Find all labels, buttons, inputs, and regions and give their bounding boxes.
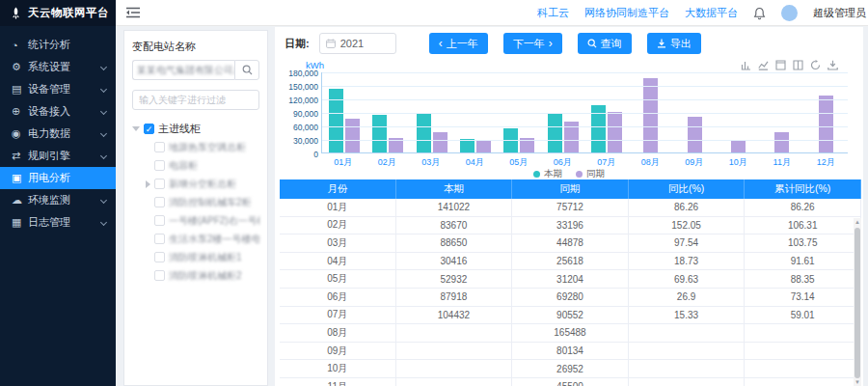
bar-同期-08月[interactable] xyxy=(643,78,658,152)
link-network-collab-platform[interactable]: 网络协同制造平台 xyxy=(584,6,669,20)
tree-root-label: 主进线柜 xyxy=(158,122,201,136)
sidebar-item-label: 环境监测 xyxy=(28,193,70,207)
tree-item-2[interactable]: 电容柜 xyxy=(146,156,259,175)
magic-bar-icon[interactable] xyxy=(741,60,751,70)
gridline xyxy=(322,126,848,127)
link-bigdata-platform[interactable]: 大数据平台 xyxy=(685,6,738,20)
collapse-sidebar-icon[interactable] xyxy=(125,6,141,19)
bar-同期-09月[interactable] xyxy=(688,117,702,152)
bar-本期-02月[interactable] xyxy=(372,115,387,152)
tree-root-item[interactable]: ✓主进线柜 xyxy=(132,120,259,138)
station-search-input[interactable]: 某某电气集团有限公司总部 xyxy=(132,60,234,80)
bar-同期-11月[interactable] xyxy=(774,132,789,152)
tree-item-label: 地源热泵空调总柜 xyxy=(169,141,246,154)
header-cell: 累计同比(%) xyxy=(745,179,861,199)
export-button[interactable]: 导出 xyxy=(647,33,701,54)
table-row-5[interactable]: 05月529323120469.6388.35 xyxy=(280,270,861,289)
table-body: 01月1410227571286.2686.2602月8367033196152… xyxy=(280,199,861,386)
table-cell xyxy=(396,324,513,342)
tree-item-8[interactable]: 消防喷淋机械柜2 xyxy=(146,266,259,285)
sidebar-item-3[interactable]: ▤设备管理 xyxy=(0,78,116,100)
plug-icon: ⊕ xyxy=(12,105,28,118)
table-row-6[interactable]: 06月879186928026.973.14 xyxy=(280,289,861,307)
table-row-10[interactable]: 10月26952 xyxy=(280,360,861,378)
table-row-4[interactable]: 04月304162561818.7391.61 xyxy=(280,253,861,271)
prev-year-button[interactable]: ‹ 上一年 xyxy=(429,33,488,54)
bar-同期-03月[interactable] xyxy=(433,132,448,152)
magic-tiled-icon[interactable] xyxy=(793,60,803,70)
user-avatar[interactable] xyxy=(781,5,798,21)
checkbox-unchecked[interactable] xyxy=(154,142,165,152)
tree-item-7[interactable]: 消防喷淋机械柜1 xyxy=(146,248,259,266)
bar-同期-07月[interactable] xyxy=(608,112,622,152)
checkbox-unchecked[interactable] xyxy=(154,179,165,189)
checkbox-checked[interactable]: ✓ xyxy=(144,124,154,134)
scroll-down-icon[interactable]: ▼ xyxy=(854,378,861,386)
topbar: 天云物联网平台 科工云 网络协同制造平台 大数据平台 超级管理员 xyxy=(0,0,868,26)
scrollbar-thumb[interactable] xyxy=(854,228,860,378)
magic-line-icon[interactable] xyxy=(758,60,769,70)
gridline xyxy=(322,99,848,100)
sidebar-item-6[interactable]: ⇄规则引擎 xyxy=(0,145,116,167)
sidebar-item-2[interactable]: ⚙系统设置 xyxy=(0,56,116,78)
tree-item-6[interactable]: 生活水泵2楼一号楼电梯 xyxy=(146,230,259,248)
next-year-button[interactable]: 下一年 › xyxy=(503,33,562,54)
table-cell: 18.73 xyxy=(629,253,746,270)
caret-down-icon[interactable] xyxy=(132,126,140,131)
checkbox-unchecked[interactable] xyxy=(154,160,165,171)
chart-plot-area: 030,00060,00090,000120,000150,000180,000 xyxy=(321,72,848,153)
bar-本期-03月[interactable] xyxy=(417,113,431,152)
query-button[interactable]: 查询 xyxy=(578,33,632,54)
year-date-picker[interactable]: 2021 xyxy=(319,33,396,54)
tree-filter-input[interactable] xyxy=(132,90,259,110)
table-cell: 33196 xyxy=(512,217,629,234)
checkbox-unchecked[interactable] xyxy=(154,234,165,244)
sidebar-item-9[interactable]: ▦日志管理 xyxy=(0,211,116,234)
sidebar-item-7[interactable]: ▣用电分析 xyxy=(0,167,116,189)
user-name[interactable]: 超级管理员 xyxy=(813,6,866,20)
checkbox-unchecked[interactable] xyxy=(154,197,165,207)
tree-item-1[interactable]: 地源热泵空调总柜 xyxy=(146,138,259,156)
tree-item-4[interactable]: 消防控制机械车2柜 xyxy=(146,193,259,211)
checkbox-unchecked[interactable] xyxy=(154,252,165,262)
magic-stack-icon[interactable] xyxy=(775,60,786,70)
table-row-11[interactable]: 11月45500 xyxy=(280,378,861,386)
chevron-right-icon: › xyxy=(549,38,553,49)
tree-item-label: 消防喷淋机械柜1 xyxy=(169,251,242,264)
tree-item-3[interactable]: 新增分空柜总柜 xyxy=(146,175,259,193)
sidebar-item-5[interactable]: ◉电力数据 xyxy=(0,123,116,145)
scroll-up-icon[interactable]: ▲ xyxy=(854,218,861,226)
chevron-down-icon xyxy=(100,197,107,204)
caret-right-icon[interactable] xyxy=(146,180,150,188)
table-row-1[interactable]: 01月1410227571286.2686.26 xyxy=(280,199,861,217)
table-cell: 08月 xyxy=(280,324,396,342)
table-cell xyxy=(396,360,513,377)
sidebar-item-1[interactable]: ◔统计分析 xyxy=(0,34,116,56)
table-row-8[interactable]: 08月165488 xyxy=(280,324,861,343)
checkbox-unchecked[interactable] xyxy=(154,270,165,281)
sidebar-item-4[interactable]: ⊕设备接入 xyxy=(0,100,116,123)
notification-bell-icon[interactable] xyxy=(753,7,766,20)
bar-同期-12月[interactable] xyxy=(819,96,833,152)
table-scrollbar[interactable]: ▲ ▼ xyxy=(854,218,861,386)
table-cell: 02月 xyxy=(280,217,396,234)
checkbox-unchecked[interactable] xyxy=(154,215,165,226)
table-cell: 152.05 xyxy=(629,217,746,234)
table-row-7[interactable]: 07月1044329055215.3359.01 xyxy=(280,307,861,325)
table-cell: 86.26 xyxy=(629,199,746,216)
table-cell: 83670 xyxy=(396,217,513,234)
table-row-2[interactable]: 02月8367033196152.05106.31 xyxy=(280,217,861,235)
bar-同期-01月[interactable] xyxy=(345,119,360,152)
restore-icon[interactable] xyxy=(810,60,821,70)
table-row-9[interactable]: 09月80134 xyxy=(280,343,861,361)
link-kegongyun[interactable]: 科工云 xyxy=(537,6,569,20)
save-image-icon[interactable] xyxy=(827,60,838,70)
table-row-3[interactable]: 03月886504487897.54103.75 xyxy=(280,234,861,253)
sidebar-item-8[interactable]: ☁环境监测 xyxy=(0,189,116,211)
table-cell: 05月 xyxy=(280,270,396,288)
bar-同期-04月[interactable] xyxy=(476,141,491,152)
bar-本期-06月[interactable] xyxy=(548,113,562,152)
bar-同期-10月[interactable] xyxy=(731,140,746,152)
tree-item-5[interactable]: 一号楼(APF2)右一号楼(APF1)左 xyxy=(146,211,259,230)
station-search-button[interactable] xyxy=(234,60,259,80)
